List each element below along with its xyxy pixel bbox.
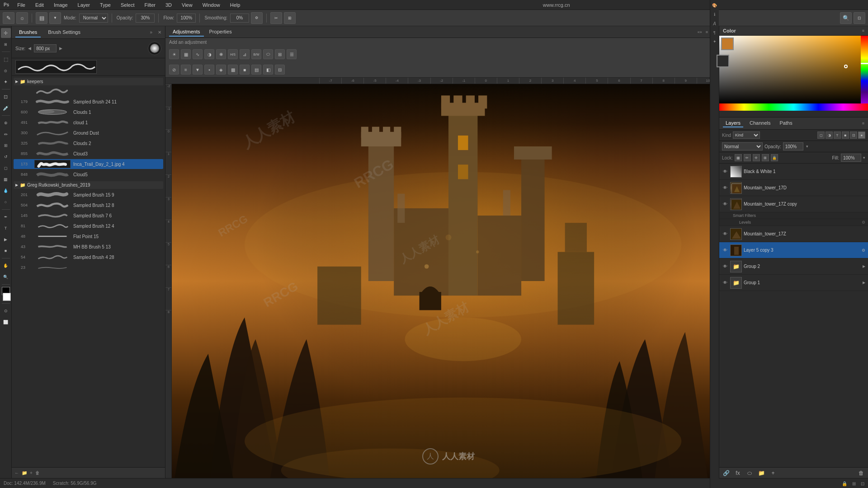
solid-color-icon[interactable]: ■: [240, 65, 250, 75]
opacity-dropdown-btn[interactable]: ▾: [806, 144, 808, 149]
new-group-btn[interactable]: 📁: [757, 469, 765, 477]
layer-item[interactable]: 👁 📁 Group 1 ▶: [719, 275, 868, 291]
levels-filter-item[interactable]: Levels ⚙: [719, 219, 868, 226]
extra-adj-1[interactable]: ◧: [263, 65, 273, 75]
history-brush[interactable]: ↺: [1, 152, 11, 162]
threshold-icon[interactable]: ▼: [193, 65, 203, 75]
levels-icon[interactable]: ▦: [181, 49, 191, 59]
list-item[interactable]: 54 Sampled Brush 4 28: [14, 252, 163, 262]
properties-tab[interactable]: Properties: [206, 28, 236, 37]
brushes-collapse-btn[interactable]: »: [150, 30, 152, 35]
toolbar-extra-2[interactable]: ⊞: [284, 12, 296, 24]
layers-tab[interactable]: Layers: [723, 119, 743, 127]
color-hue-slider[interactable]: [861, 36, 868, 103]
menu-filter[interactable]: Filter: [142, 1, 157, 9]
hand-tool[interactable]: ✋: [1, 261, 11, 271]
menu-layer[interactable]: Layer: [76, 1, 92, 9]
layers-opacity-input[interactable]: [783, 142, 803, 150]
layer-item[interactable]: 👁 Mountain_tower_17Z: [719, 226, 868, 242]
layer-effects-toggle[interactable]: ⚙: [862, 248, 865, 253]
add-mask-btn[interactable]: ⬭: [745, 469, 754, 477]
brush-icon[interactable]: ☼: [16, 12, 28, 24]
color-lookup-icon[interactable]: ☰: [287, 49, 297, 59]
list-item[interactable]: 145 Sampled Brush 7 6: [14, 211, 163, 221]
new-group-btn[interactable]: 📁: [22, 470, 27, 475]
adj-collapse-btn[interactable]: «»: [698, 30, 702, 34]
photo-filter-icon[interactable]: ⬭: [263, 49, 273, 59]
brightness-contrast-icon[interactable]: ☀: [169, 49, 179, 59]
text-tool[interactable]: T: [1, 223, 11, 233]
menu-select[interactable]: Select: [119, 1, 137, 9]
brush-tool-btn[interactable]: ✎: [3, 12, 14, 24]
pen-tool[interactable]: ✒: [1, 212, 11, 222]
blur-tool[interactable]: 💧: [1, 186, 11, 196]
list-item[interactable]: 23: [14, 263, 163, 272]
menu-window[interactable]: Window: [201, 1, 222, 9]
invert-icon[interactable]: ⊘: [169, 65, 179, 75]
gradient-fill-icon[interactable]: ▤: [251, 65, 261, 75]
move-tool[interactable]: ✛: [1, 28, 11, 38]
layer-item[interactable]: 👁 Black & White 1: [719, 164, 868, 180]
list-item[interactable]: 81 Sampled Brush 12 4: [14, 221, 163, 231]
curves-icon[interactable]: ∿: [193, 49, 203, 59]
extra-adj-2[interactable]: ⊟: [275, 65, 285, 75]
quick-mask[interactable]: ⊙: [1, 306, 11, 316]
new-brush-btn[interactable]: +: [30, 470, 33, 475]
brushes-back-btn[interactable]: ←: [14, 470, 19, 475]
size-decrease-btn[interactable]: ◀: [28, 46, 31, 51]
menu-edit[interactable]: Edit: [33, 1, 46, 9]
mode-select[interactable]: Normal Multiply Screen: [79, 14, 108, 23]
color-spectrum[interactable]: [719, 36, 868, 103]
size-increase-btn[interactable]: ▶: [59, 46, 62, 51]
list-item[interactable]: 855 Cloud3: [14, 149, 163, 159]
vibrance-icon[interactable]: ❋: [216, 49, 226, 59]
menu-image[interactable]: Image: [52, 1, 70, 9]
layer-visibility-eye[interactable]: 👁: [722, 280, 728, 286]
filter-type-icon[interactable]: T: [834, 131, 841, 139]
channel-mixer-icon[interactable]: ⊞: [275, 49, 285, 59]
list-item[interactable]: 504 Sampled Brush 12 8: [14, 200, 163, 210]
list-item[interactable]: 300 Ground Dust: [14, 128, 163, 138]
crop-tool[interactable]: ⊡: [1, 92, 11, 102]
healing-brush[interactable]: ⊕: [1, 118, 11, 128]
group-expand-btn[interactable]: ▶: [863, 264, 865, 268]
lasso-tool[interactable]: ⌾: [1, 66, 11, 75]
layer-visibility-eye[interactable]: 👁: [722, 263, 728, 270]
posterize-icon[interactable]: ≡: [181, 65, 191, 75]
letter-a-icon[interactable]: A: [711, 26, 718, 27]
list-item[interactable]: 173 Inca_Trail_Day_2_1.jpg 4: [14, 159, 163, 169]
flow-input[interactable]: [177, 14, 196, 23]
toolbar-extra-1[interactable]: ✂: [270, 12, 282, 24]
color-panel-menu[interactable]: ≡: [862, 28, 864, 33]
list-item[interactable]: 600 Clouds 1: [14, 107, 163, 117]
shape-tool[interactable]: ■: [1, 246, 11, 256]
selective-color-icon[interactable]: ◈: [216, 65, 226, 75]
brushes-close-btn[interactable]: ✕: [158, 30, 161, 35]
list-item[interactable]: 491 cloud 1: [14, 117, 163, 127]
group-expand-btn-2[interactable]: ▶: [863, 281, 865, 285]
zoom-tool[interactable]: 🔍: [1, 272, 11, 282]
color-balance-icon[interactable]: ⊿: [240, 49, 250, 59]
layer-visibility-eye[interactable]: 👁: [722, 169, 728, 175]
color-panel-header[interactable]: Color ≡: [719, 26, 868, 36]
layer-visibility-eye[interactable]: 👁: [722, 201, 728, 207]
list-item[interactable]: 201 Sampled Brush 15 9: [14, 190, 163, 200]
smoothing-options[interactable]: ⚙: [251, 12, 263, 24]
screen-mode-btn[interactable]: ⊡: [854, 12, 865, 24]
brush-group-greg[interactable]: ▶ 📁 Greg Rutkowski_brushes_2019: [14, 181, 163, 189]
delete-layer-btn[interactable]: 🗑: [857, 469, 865, 477]
path-select[interactable]: ▶: [1, 235, 11, 244]
pattern-icon[interactable]: ▩: [228, 65, 238, 75]
layers-blend-select[interactable]: Normal Multiply Screen Overlay: [722, 142, 763, 150]
brush-options-btn[interactable]: ▼: [49, 12, 61, 24]
list-item[interactable]: 48 Flat Point 15: [14, 231, 163, 241]
opacity-input[interactable]: [136, 14, 155, 23]
fill-dropdown-btn[interactable]: ▾: [863, 155, 865, 160]
filter-shape-icon[interactable]: ■: [842, 131, 849, 139]
foreground-swatch[interactable]: [721, 38, 734, 50]
gradient-map-icon[interactable]: ▪: [204, 65, 214, 75]
new-layer-btn[interactable]: +: [769, 469, 777, 477]
menu-help[interactable]: Help: [228, 1, 242, 9]
filter-pixel-icon[interactable]: ◻: [817, 131, 825, 139]
color-swatches[interactable]: [721, 38, 734, 67]
